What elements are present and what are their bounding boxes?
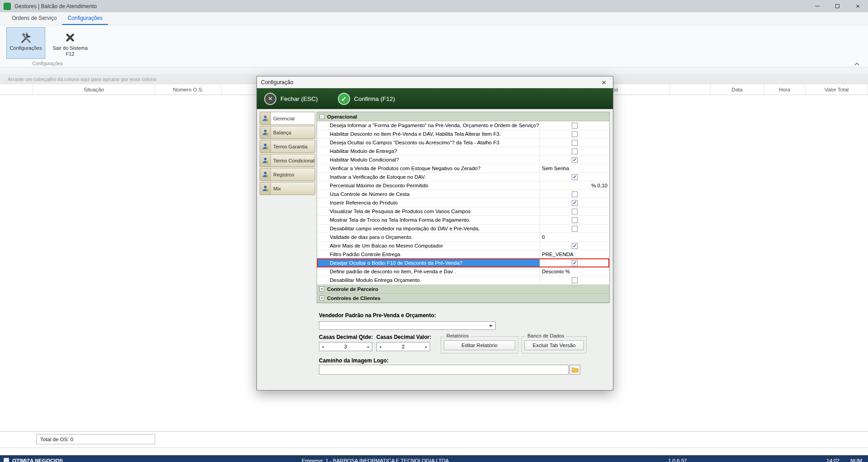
- fechar-esc-button[interactable]: ✕ Fechar (ESC): [264, 93, 318, 105]
- maximize-button[interactable]: [827, 0, 848, 12]
- setting-value-cell[interactable]: PRE_VENDA: [540, 250, 609, 258]
- setting-row[interactable]: Abrir Mais de Um Balcao no Mesmo Computa…: [317, 242, 609, 250]
- dialog-tab-gerencial[interactable]: Gerencial: [260, 112, 315, 125]
- setting-value-cell[interactable]: Desconto %: [540, 267, 609, 276]
- setting-value-cell[interactable]: ✓: [540, 199, 609, 207]
- close-window-button[interactable]: ✕: [848, 0, 868, 12]
- checkbox-unchecked[interactable]: [572, 131, 578, 137]
- column-header-hora[interactable]: Hora: [764, 84, 806, 95]
- setting-row[interactable]: Verificar a Venda de Produtos com Estoqu…: [317, 164, 609, 173]
- setting-row[interactable]: Habilitar Modulo Condicional?✓: [317, 156, 609, 164]
- checkbox-unchecked[interactable]: [572, 148, 578, 154]
- logo-path-input[interactable]: [319, 365, 569, 375]
- collapse-icon[interactable]: -: [319, 114, 324, 119]
- decimal-value-stepper[interactable]: ◄ 2 ►: [376, 342, 430, 351]
- dialog-tab-termo-garantia[interactable]: Termo Garantia: [260, 140, 315, 153]
- column-header-data[interactable]: Data: [711, 84, 764, 95]
- setting-row[interactable]: Validade de dias para o Orçamento.0: [317, 233, 609, 242]
- collapse-ribbon-button[interactable]: [852, 61, 862, 67]
- checkbox-unchecked[interactable]: [572, 226, 578, 232]
- spin-left-icon[interactable]: ◄: [379, 345, 382, 348]
- settings-group-controles-de-clientes[interactable]: +Controles de Clientes: [317, 294, 609, 303]
- dialog-tab-balanca[interactable]: Balança: [260, 126, 315, 139]
- setting-row[interactable]: Desabilitar campo vendedor na importação…: [317, 224, 609, 233]
- expand-icon[interactable]: +: [319, 286, 324, 291]
- excluir-tab-versao-button[interactable]: Excluir Tab Versão: [524, 340, 584, 350]
- settings-group-controle-de-parceiro[interactable]: +Controle de Parceiro: [317, 285, 609, 294]
- expand-icon[interactable]: +: [319, 295, 324, 300]
- dialog-tab-registros[interactable]: Registros: [260, 168, 315, 181]
- setting-value-cell[interactable]: [540, 190, 609, 198]
- setting-value-cell[interactable]: [540, 207, 609, 215]
- spin-left-icon[interactable]: ◄: [321, 345, 324, 348]
- browse-folder-button[interactable]: [569, 365, 580, 375]
- setting-value-cell[interactable]: ✓: [540, 173, 609, 181]
- setting-label: Deseja Informar a "Forma de Pagamento" n…: [317, 121, 540, 129]
- ribbon-tab-strip: Ordens de Serviço Configurações: [0, 12, 868, 25]
- spin-right-icon[interactable]: ►: [425, 345, 428, 348]
- checkbox-checked[interactable]: ✓: [572, 174, 578, 180]
- window-title: Gestores | Balcão de Atendimento: [14, 3, 97, 10]
- setting-value-cell[interactable]: ✓: [540, 242, 609, 250]
- ribbon-body: Configurações Sair do Sistema F12: [0, 25, 868, 60]
- setting-row[interactable]: Inserir Referencia do Produto✓: [317, 199, 609, 207]
- content-gap: [0, 67, 868, 74]
- setting-value-cell[interactable]: 0: [540, 233, 609, 241]
- maximize-icon: [835, 4, 840, 8]
- setting-value-cell[interactable]: [540, 224, 609, 233]
- ribbon-tab-ordens-de-servico[interactable]: Ordens de Serviço: [6, 12, 62, 25]
- checkbox-checked[interactable]: ✓: [572, 243, 578, 249]
- setting-row[interactable]: Desabilitar Modulo Entrega Orçamento.: [317, 276, 609, 285]
- configuracoes-ribbon-button[interactable]: Configurações: [6, 27, 45, 59]
- dialog-close-button[interactable]: ✕: [595, 76, 613, 88]
- setting-row[interactable]: Usa Controle de Número de Cesta: [317, 190, 609, 199]
- setting-value-cell[interactable]: [540, 216, 609, 224]
- confirma-f12-button[interactable]: ✓ Confirma (F12): [338, 93, 395, 105]
- checkbox-unchecked[interactable]: [572, 123, 578, 129]
- ribbon-tab-configuracoes[interactable]: Configurações: [62, 12, 108, 25]
- decimal-value-value: 2: [402, 344, 404, 349]
- setting-value-cell[interactable]: ✓: [540, 259, 609, 267]
- setting-row[interactable]: Percentual Máximo de Desconto Permitido%…: [317, 181, 609, 190]
- setting-row[interactable]: Deseja Ocultar os Campos "Desconto ou Ac…: [317, 138, 609, 147]
- setting-row[interactable]: Mostrar Tela de Troco na Tela Informa Fo…: [317, 216, 609, 224]
- spin-right-icon[interactable]: ►: [367, 345, 370, 348]
- checkbox-checked[interactable]: ✓: [572, 260, 578, 266]
- vendor-default-select[interactable]: [319, 321, 496, 330]
- setting-value-cell[interactable]: [540, 121, 609, 129]
- decimal-qty-stepper[interactable]: ◄ 3 ►: [319, 342, 372, 351]
- setting-row[interactable]: Inativar a Verificação de Estoque no DAV…: [317, 173, 609, 181]
- dialog-tab-mix[interactable]: Mix: [260, 182, 315, 195]
- setting-row[interactable]: Desejar Ocultar o Botão F10 de Desconto …: [317, 259, 609, 267]
- checkbox-unchecked[interactable]: [572, 277, 578, 283]
- setting-row[interactable]: Filtro Padrão Controle EntregaPRE_VENDA: [317, 250, 609, 259]
- setting-row[interactable]: Definir padrão de desconto no Item, Pré-…: [317, 267, 609, 276]
- setting-value-cell[interactable]: % 0,10: [540, 181, 609, 190]
- setting-value-cell[interactable]: [540, 138, 609, 147]
- setting-row[interactable]: Visualizar Tela de Pesquisa de Produtos …: [317, 207, 609, 216]
- minimize-button[interactable]: [807, 0, 827, 12]
- checkbox-unchecked[interactable]: [572, 217, 578, 223]
- checkbox-checked[interactable]: ✓: [572, 200, 578, 206]
- setting-row[interactable]: Deseja Informar a "Forma de Pagamento" n…: [317, 121, 609, 130]
- checkbox-unchecked[interactable]: [572, 209, 578, 214]
- user-settings-icon: [260, 182, 271, 195]
- setting-row[interactable]: Habilitar Desconto no Item Pré-Venda e D…: [317, 130, 609, 138]
- setting-value-cell[interactable]: [540, 147, 609, 155]
- column-header-numero-o-s[interactable]: Número O.S.: [155, 84, 222, 95]
- settings-group-operacional[interactable]: -Operacional: [317, 112, 609, 121]
- checkbox-unchecked[interactable]: [572, 140, 578, 146]
- checkbox-unchecked[interactable]: [572, 191, 578, 197]
- setting-row[interactable]: Habilitar Modulo de Entrega?: [317, 147, 609, 156]
- setting-value-cell[interactable]: ✓: [540, 156, 609, 164]
- sair-do-sistema-button[interactable]: Sair do Sistema F12: [51, 27, 90, 59]
- setting-text-value: 0: [542, 234, 545, 240]
- setting-value-cell[interactable]: [540, 130, 609, 138]
- setting-value-cell[interactable]: [540, 276, 609, 284]
- column-header-situacao[interactable]: Situação: [33, 84, 155, 95]
- editar-relatorio-button[interactable]: Editar Relatório: [444, 340, 515, 350]
- dialog-tab-termo-condicional[interactable]: Termo Condicional: [260, 154, 315, 167]
- column-header-valor-total[interactable]: Valor Total: [806, 84, 868, 95]
- setting-value-cell[interactable]: Sem Senha: [540, 164, 609, 172]
- checkbox-checked[interactable]: ✓: [572, 157, 578, 163]
